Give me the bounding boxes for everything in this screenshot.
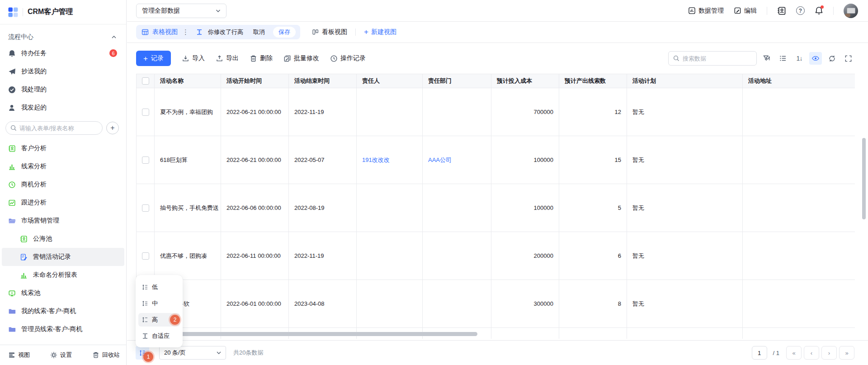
column-header-name[interactable]: 活动名称 [155,74,221,88]
user-avatar[interactable] [844,4,858,18]
new-view-button[interactable]: + 新建视图 [364,28,396,37]
add-record-button[interactable]: + 记录 [136,51,171,66]
edit-button[interactable]: 编辑 [734,7,757,15]
delete-button[interactable]: 删除 [250,54,273,62]
row-checkbox[interactable] [142,109,149,116]
owner-link[interactable]: 191改改改 [362,156,390,163]
sidebar-item-label: 商机分析 [21,180,119,189]
last-page-button[interactable]: » [839,346,854,360]
sidebar-item-lead-analysis[interactable]: 线索分析 [0,157,126,175]
tab-divider [355,28,356,36]
sidebar-item-todo-tasks[interactable]: 待办任务 6 [0,44,126,62]
list-view-button[interactable] [777,52,789,65]
recycle-bin-button[interactable]: 回收站 [92,351,120,359]
refresh-button[interactable] [826,52,838,65]
sidebar-item-campaign-records[interactable]: 营销活动记录 [2,248,124,266]
column-header-plan[interactable]: 活动计划 [627,74,743,88]
table-search-box[interactable] [668,51,757,66]
row-height-option-auto[interactable]: 自适应 [138,329,180,343]
id-card-icon [20,235,28,243]
first-page-button[interactable]: « [786,346,802,360]
id-card-icon [8,145,16,152]
layout-icon [8,351,15,359]
row-height-option-medium[interactable]: 中 [138,297,180,310]
page-size-select[interactable]: 20 条/页 [159,346,226,360]
select-all-checkbox[interactable] [142,77,149,85]
table-row[interactable]: 优惠不够，团购凑 2022-06-11 00:00:00 2022-11-19 … [137,232,855,280]
department-link[interactable]: AAA公司 [428,156,452,163]
table-row[interactable]: 抽号购买，手机免费送 2022-06-06 00:00:00 2022-08-1… [137,184,855,232]
sidebar-item-initiated-by-me[interactable]: 我发起的 [0,99,126,117]
notifications-button[interactable] [815,6,823,15]
export-button[interactable]: 导出 [216,54,239,62]
sidebar-item-follow-analysis[interactable]: 跟进分析 [0,194,126,212]
cell-cost: 700000 [491,88,559,136]
cell-name: 夏不为例，幸福团购 [155,88,221,136]
sidebar-item-admin-leads[interactable]: 管理员线索-客户-商机 [0,320,126,338]
filter-button[interactable] [760,52,773,65]
sidebar-item-unnamed-report[interactable]: 未命名分析报表 [0,266,126,284]
sidebar-item-public-pool[interactable]: 公海池 [0,230,126,248]
cell-plan: 暂无 [627,184,743,232]
sidebar-item-label: 客户分析 [21,144,119,152]
sidebar-item-cc-me[interactable]: 抄送我的 [0,62,126,81]
views-button[interactable]: 视图 [8,351,30,359]
column-header-leads[interactable]: 预计产出线索数 [559,74,627,88]
sidebar-search-input[interactable] [19,125,98,132]
contacts-button[interactable] [777,6,786,15]
cell-owner [357,184,423,232]
trash-icon [92,351,99,359]
row-checkbox[interactable] [142,252,149,260]
sort-button[interactable]: 1↓ [793,52,806,65]
vertical-scrollbar[interactable] [862,138,866,219]
column-header-owner[interactable]: 责任人 [357,74,423,88]
row-checkbox[interactable] [142,156,149,164]
sidebar-item-label: 市场营销管理 [21,217,119,225]
table-row[interactable]: 夏不为例，幸福团购 2022-06-21 00:00:00 2022-11-19… [137,88,855,136]
sidebar-item-processed-by-me[interactable]: 我处理的 [0,81,126,99]
help-button[interactable]: ? [796,6,805,15]
data-manage-button[interactable]: 数据管理 [688,7,724,15]
column-header-start-time[interactable]: 活动开始时间 [221,74,289,88]
row-height-option-high[interactable]: 高 2 [138,313,180,327]
save-button[interactable]: 保存 [273,27,296,38]
next-page-button[interactable]: › [821,346,837,360]
sidebar-section-process[interactable]: 流程中心 [0,30,126,44]
data-scope-select[interactable]: 管理全部数据 [136,4,226,18]
column-header-department[interactable]: 责任部门 [423,74,491,88]
row-height-option-low[interactable]: 低 [138,280,180,294]
kanban-icon [312,29,319,36]
tab-kanban-view[interactable]: 看板视图 [312,28,347,36]
operation-log-button[interactable]: 操作记录 [330,54,366,62]
sidebar-item-opportunity-analysis[interactable]: 商机分析 [0,175,126,194]
page-number-input[interactable] [752,346,767,360]
table-row[interactable]: 618巨划算 2022-06-21 00:00:00 2022-05-07 19… [137,136,855,184]
import-button[interactable]: 导入 [182,54,205,62]
fullscreen-button[interactable] [842,52,854,65]
horizontal-scrollbar[interactable] [165,332,477,336]
table-row[interactable]: 拿到你手软 2022-06-01 00:00:00 2023-04-08 300… [137,280,855,328]
sidebar-item-my-leads[interactable]: 我的线索-客户-商机 [0,302,126,320]
batch-edit-icon [283,55,291,62]
sidebar-item-lead-pool[interactable]: 线索池 [0,284,126,302]
table-search-input[interactable] [683,55,762,62]
tab-options-kebab-icon[interactable]: ⋮ [181,28,190,36]
column-header-cost[interactable]: 预计投入成本 [491,74,559,88]
column-header-end-time[interactable]: 活动结束时间 [289,74,357,88]
data-manage-label: 数据管理 [698,7,724,15]
cell-leads: 6 [559,232,627,280]
batch-edit-button[interactable]: 批量修改 [283,54,319,62]
add-form-button[interactable]: + [106,122,119,134]
sidebar-item-marketing-management[interactable]: 市场营销管理 [0,212,126,230]
settings-button[interactable]: 设置 [50,351,72,359]
sidebar: CRM客户管理 流程中心 待办任务 6 抄送我的 我处理的 我发起的 + 客户分… [0,0,127,365]
field-visibility-button[interactable] [809,52,822,65]
column-header-address[interactable]: 活动地址 [743,74,855,88]
row-height-button[interactable]: 1 [136,346,149,360]
tab-table-view[interactable]: 表格视图 ⋮ 你修改了行高 取消 保存 [136,25,300,39]
sidebar-item-customer-analysis[interactable]: 客户分析 [0,139,126,157]
row-checkbox[interactable] [142,204,149,212]
prev-page-button[interactable]: ‹ [804,346,819,360]
sidebar-search-input-wrap[interactable] [5,121,103,135]
cancel-button[interactable]: 取消 [253,28,265,36]
